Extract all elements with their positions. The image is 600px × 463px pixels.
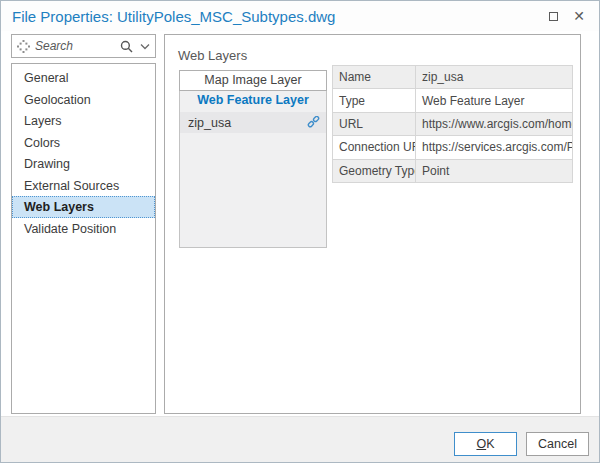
property-value: https://services.arcgis.com/P3ePLM [416, 136, 573, 159]
nav-item[interactable]: Colors [12, 132, 155, 154]
layer-name: zip_usa [188, 116, 307, 130]
link-icon [307, 116, 320, 129]
property-key: URL [333, 112, 416, 135]
page-title: Web Layers [178, 48, 247, 63]
search-type-icon [17, 40, 30, 53]
property-value: zip_usa [416, 66, 573, 89]
layer-type-tab-label: Web Feature Layer [197, 93, 309, 107]
property-value: https://www.arcgis.com/home/item [416, 112, 573, 135]
nav-item-label: Validate Position [24, 222, 116, 236]
main-panel: Web Layers Map Image Layer Web Feature L… [164, 34, 581, 414]
close-button[interactable]: ✕ [567, 7, 591, 25]
nav-item-label: Geolocation [24, 93, 91, 107]
property-value: Point [416, 159, 573, 182]
dialog-footer: OK Cancel [1, 416, 599, 463]
nav-item-label: Colors [24, 136, 60, 150]
cancel-button[interactable]: Cancel [526, 432, 589, 456]
layer-list-item[interactable]: zip_usa [180, 112, 326, 133]
nav-item-label: Drawing [24, 157, 70, 171]
layer-type-tab[interactable]: Map Image Layer [179, 70, 327, 91]
search-input[interactable]: Search [11, 34, 156, 58]
nav-item[interactable]: Drawing [12, 153, 155, 175]
nav-item[interactable]: General [12, 67, 155, 89]
nav-item-label: External Sources [24, 179, 119, 193]
nav-item[interactable]: Validate Position [12, 218, 155, 240]
table-row: Name zip_usa [333, 66, 573, 89]
table-row: Geometry Type Point [333, 159, 573, 182]
titlebar: File Properties: UtilityPoles_MSC_Subtyp… [1, 1, 599, 31]
nav-item[interactable]: Layers [12, 110, 155, 132]
nav-item[interactable]: Geolocation [12, 89, 155, 111]
layer-type-tab-label: Map Image Layer [204, 73, 301, 87]
nav-item[interactable]: External Sources [12, 175, 155, 197]
nav-item-label: Layers [24, 114, 62, 128]
property-key: Connection URL [333, 136, 416, 159]
close-icon: ✕ [573, 8, 585, 24]
ok-button-label: OK [476, 437, 494, 451]
maximize-button[interactable] [541, 7, 565, 25]
property-key: Geometry Type [333, 159, 416, 182]
web-layer-type-panel: Map Image Layer Web Feature Layer zip_us… [179, 70, 327, 248]
property-value: Web Feature Layer [416, 89, 573, 112]
layer-type-tab[interactable]: Web Feature Layer [180, 91, 326, 111]
table-row: URL https://www.arcgis.com/home/item [333, 112, 573, 135]
nav-item[interactable]: Web Layers [12, 196, 155, 218]
maximize-icon [549, 12, 558, 21]
chevron-down-icon[interactable] [140, 43, 150, 50]
property-key: Type [333, 89, 416, 112]
file-properties-dialog: File Properties: UtilityPoles_MSC_Subtyp… [0, 0, 600, 463]
search-icon[interactable] [120, 40, 133, 53]
nav-item-label: Web Layers [24, 200, 94, 214]
ok-button[interactable]: OK [454, 432, 517, 456]
cancel-button-label: Cancel [538, 437, 577, 451]
layer-list: zip_usa [180, 112, 326, 133]
nav-item-label: General [24, 71, 68, 85]
search-placeholder: Search [35, 39, 120, 53]
layer-properties-table: Name zip_usa Type Web Feature Layer URL … [332, 65, 573, 183]
table-row: Connection URL https://services.arcgis.c… [333, 136, 573, 159]
property-key: Name [333, 66, 416, 89]
dialog-title: File Properties: UtilityPoles_MSC_Subtyp… [12, 8, 335, 25]
properties-nav-list: General Geolocation Layers Colors Drawin… [11, 63, 156, 414]
table-row: Type Web Feature Layer [333, 89, 573, 112]
